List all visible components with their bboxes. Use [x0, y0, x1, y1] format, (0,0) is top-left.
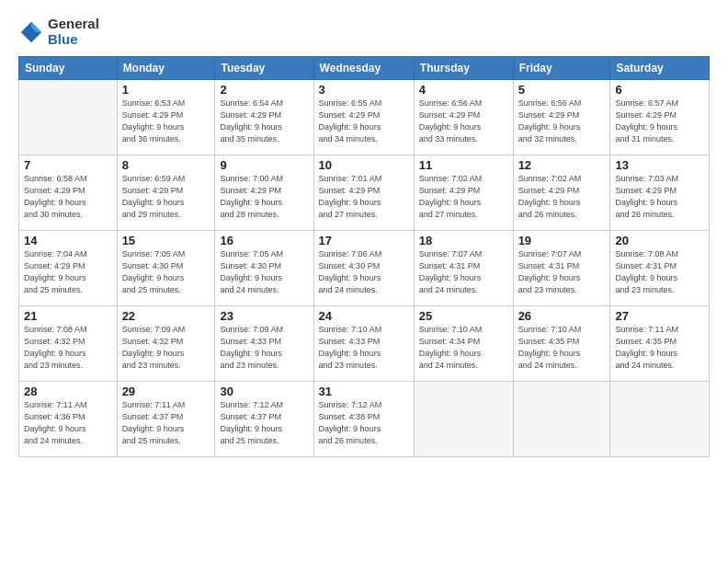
calendar-cell: 8Sunrise: 6:59 AMSunset: 4:29 PMDaylight… [117, 155, 215, 231]
day-info: Sunrise: 6:59 AMSunset: 4:29 PMDaylight:… [122, 173, 210, 221]
calendar-cell: 12Sunrise: 7:02 AMSunset: 4:29 PMDayligh… [513, 155, 610, 231]
calendar-cell [610, 382, 710, 457]
day-number: 8 [122, 158, 210, 172]
day-info: Sunrise: 7:00 AMSunset: 4:29 PMDaylight:… [220, 173, 308, 221]
day-info: Sunrise: 7:07 AMSunset: 4:31 PMDaylight:… [419, 248, 508, 296]
calendar-cell [513, 382, 610, 457]
day-info: Sunrise: 7:03 AMSunset: 4:29 PMDaylight:… [615, 173, 704, 221]
day-info: Sunrise: 6:54 AMSunset: 4:29 PMDaylight:… [220, 98, 308, 145]
day-info: Sunrise: 7:12 AMSunset: 4:38 PMDaylight:… [319, 399, 409, 447]
calendar-cell: 24Sunrise: 7:10 AMSunset: 4:33 PMDayligh… [313, 306, 414, 382]
day-info: Sunrise: 6:55 AMSunset: 4:29 PMDaylight:… [319, 98, 409, 145]
day-number: 20 [615, 234, 704, 247]
day-number: 28 [24, 385, 112, 398]
calendar-cell: 14Sunrise: 7:04 AMSunset: 4:29 PMDayligh… [19, 231, 118, 306]
day-info: Sunrise: 7:08 AMSunset: 4:32 PMDaylight:… [24, 324, 112, 372]
day-number: 23 [220, 309, 308, 323]
day-info: Sunrise: 7:11 AMSunset: 4:37 PMDaylight:… [122, 399, 210, 447]
day-number: 12 [518, 158, 606, 172]
day-number: 30 [220, 385, 308, 398]
day-info: Sunrise: 7:11 AMSunset: 4:36 PMDaylight:… [24, 399, 112, 447]
header: General Blue [18, 17, 710, 47]
day-info: Sunrise: 6:57 AMSunset: 4:29 PMDaylight:… [615, 98, 704, 145]
day-info: Sunrise: 6:56 AMSunset: 4:29 PMDaylight:… [518, 98, 606, 145]
calendar-cell: 5Sunrise: 6:56 AMSunset: 4:29 PMDaylight… [513, 80, 610, 155]
day-info: Sunrise: 7:05 AMSunset: 4:30 PMDaylight:… [122, 248, 210, 296]
calendar-cell: 26Sunrise: 7:10 AMSunset: 4:35 PMDayligh… [513, 306, 610, 382]
day-info: Sunrise: 6:56 AMSunset: 4:29 PMDaylight:… [419, 98, 508, 145]
calendar-week-1: 1Sunrise: 6:53 AMSunset: 4:29 PMDaylight… [19, 80, 710, 155]
day-info: Sunrise: 7:11 AMSunset: 4:35 PMDaylight:… [615, 324, 704, 372]
day-number: 11 [419, 158, 508, 172]
day-header-sunday: Sunday [19, 57, 118, 80]
day-header-saturday: Saturday [610, 57, 710, 80]
calendar-cell: 13Sunrise: 7:03 AMSunset: 4:29 PMDayligh… [610, 155, 710, 231]
day-number: 29 [122, 385, 210, 398]
day-info: Sunrise: 7:05 AMSunset: 4:30 PMDaylight:… [220, 248, 308, 296]
day-number: 18 [419, 234, 508, 247]
day-info: Sunrise: 7:08 AMSunset: 4:31 PMDaylight:… [615, 248, 704, 296]
day-number: 14 [24, 234, 112, 247]
day-number: 1 [122, 83, 210, 97]
logo-icon [18, 19, 44, 45]
day-number: 16 [220, 234, 308, 247]
day-number: 22 [122, 309, 210, 323]
day-info: Sunrise: 7:09 AMSunset: 4:32 PMDaylight:… [122, 324, 210, 372]
day-number: 10 [319, 158, 409, 172]
calendar-cell: 6Sunrise: 6:57 AMSunset: 4:29 PMDaylight… [610, 80, 710, 155]
day-number: 13 [615, 158, 704, 172]
logo-text: General Blue [48, 17, 99, 47]
calendar-cell: 31Sunrise: 7:12 AMSunset: 4:38 PMDayligh… [313, 382, 414, 457]
day-info: Sunrise: 6:53 AMSunset: 4:29 PMDaylight:… [122, 98, 210, 145]
day-info: Sunrise: 7:09 AMSunset: 4:33 PMDaylight:… [220, 324, 308, 372]
day-info: Sunrise: 7:10 AMSunset: 4:35 PMDaylight:… [518, 324, 606, 372]
calendar-cell: 3Sunrise: 6:55 AMSunset: 4:29 PMDaylight… [313, 80, 414, 155]
calendar-cell: 7Sunrise: 6:58 AMSunset: 4:29 PMDaylight… [19, 155, 118, 231]
calendar-cell: 10Sunrise: 7:01 AMSunset: 4:29 PMDayligh… [313, 155, 414, 231]
day-number: 3 [319, 83, 409, 97]
calendar-cell [414, 382, 513, 457]
calendar-table: SundayMondayTuesdayWednesdayThursdayFrid… [18, 56, 710, 457]
day-number: 7 [24, 158, 112, 172]
page: General Blue SundayMondayTuesdayWednesda… [0, 0, 728, 563]
calendar-cell: 11Sunrise: 7:02 AMSunset: 4:29 PMDayligh… [414, 155, 513, 231]
day-number: 6 [615, 83, 704, 97]
day-number: 5 [518, 83, 606, 97]
logo: General Blue [18, 17, 99, 47]
calendar-cell: 18Sunrise: 7:07 AMSunset: 4:31 PMDayligh… [414, 231, 513, 306]
calendar-cell: 22Sunrise: 7:09 AMSunset: 4:32 PMDayligh… [117, 306, 215, 382]
day-number: 4 [419, 83, 508, 97]
day-number: 21 [24, 309, 112, 323]
calendar-cell: 23Sunrise: 7:09 AMSunset: 4:33 PMDayligh… [215, 306, 313, 382]
day-number: 2 [220, 83, 308, 97]
calendar-cell: 1Sunrise: 6:53 AMSunset: 4:29 PMDaylight… [117, 80, 215, 155]
calendar-cell: 4Sunrise: 6:56 AMSunset: 4:29 PMDaylight… [414, 80, 513, 155]
calendar-cell: 25Sunrise: 7:10 AMSunset: 4:34 PMDayligh… [414, 306, 513, 382]
calendar-week-4: 21Sunrise: 7:08 AMSunset: 4:32 PMDayligh… [19, 306, 710, 382]
calendar-week-5: 28Sunrise: 7:11 AMSunset: 4:36 PMDayligh… [19, 382, 710, 457]
calendar-cell: 2Sunrise: 6:54 AMSunset: 4:29 PMDaylight… [215, 80, 313, 155]
day-info: Sunrise: 7:04 AMSunset: 4:29 PMDaylight:… [24, 248, 112, 296]
calendar-cell: 9Sunrise: 7:00 AMSunset: 4:29 PMDaylight… [215, 155, 313, 231]
day-number: 25 [419, 309, 508, 323]
day-info: Sunrise: 6:58 AMSunset: 4:29 PMDaylight:… [24, 173, 112, 221]
day-header-monday: Monday [117, 57, 215, 80]
calendar-cell: 15Sunrise: 7:05 AMSunset: 4:30 PMDayligh… [117, 231, 215, 306]
calendar-cell: 30Sunrise: 7:12 AMSunset: 4:37 PMDayligh… [215, 382, 313, 457]
calendar-cell: 20Sunrise: 7:08 AMSunset: 4:31 PMDayligh… [610, 231, 710, 306]
calendar-cell: 17Sunrise: 7:06 AMSunset: 4:30 PMDayligh… [313, 231, 414, 306]
day-header-wednesday: Wednesday [313, 57, 414, 80]
day-info: Sunrise: 7:10 AMSunset: 4:34 PMDaylight:… [419, 324, 508, 372]
day-number: 31 [319, 385, 409, 398]
day-info: Sunrise: 7:12 AMSunset: 4:37 PMDaylight:… [220, 399, 308, 447]
calendar-week-2: 7Sunrise: 6:58 AMSunset: 4:29 PMDaylight… [19, 155, 710, 231]
day-info: Sunrise: 7:07 AMSunset: 4:31 PMDaylight:… [518, 248, 606, 296]
calendar-cell [19, 80, 118, 155]
day-number: 24 [319, 309, 409, 323]
calendar-week-3: 14Sunrise: 7:04 AMSunset: 4:29 PMDayligh… [19, 231, 710, 306]
day-number: 17 [319, 234, 409, 247]
calendar-cell: 29Sunrise: 7:11 AMSunset: 4:37 PMDayligh… [117, 382, 215, 457]
day-number: 15 [122, 234, 210, 247]
calendar-cell: 19Sunrise: 7:07 AMSunset: 4:31 PMDayligh… [513, 231, 610, 306]
calendar-cell: 16Sunrise: 7:05 AMSunset: 4:30 PMDayligh… [215, 231, 313, 306]
